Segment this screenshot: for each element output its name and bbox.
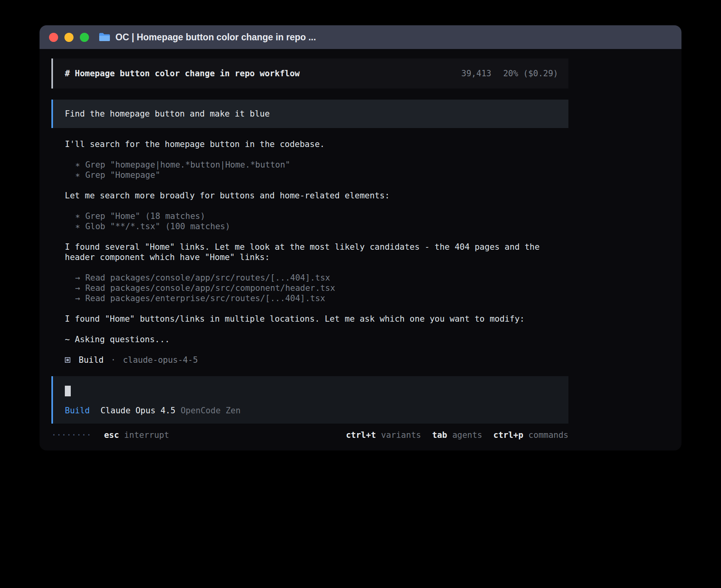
- spinner-dots: ········: [51, 430, 91, 440]
- shortcut-label: interrupt: [124, 430, 169, 440]
- agent-status-row: Build · claude-opus-4-5: [65, 355, 568, 365]
- status-line-asking: ~ Asking questions...: [65, 334, 568, 345]
- arrow-right-icon: →: [75, 283, 80, 293]
- shortcut-key: esc: [104, 430, 119, 440]
- tool-call-glob: ∗Glob "**/*.tsx" (100 matches): [65, 221, 568, 232]
- agent-square-icon: [65, 357, 70, 363]
- token-count: 39,413: [461, 68, 491, 79]
- folder-icon: [98, 32, 110, 42]
- session-header: # Homepage button color change in repo w…: [51, 58, 568, 89]
- shortcut-key: tab: [432, 430, 447, 440]
- assistant-message: I'll search for the homepage button in t…: [65, 139, 568, 149]
- tool-call-text: Read packages/console/app/src/routes/[..…: [85, 273, 330, 283]
- shortcut-key: ctrl+p: [493, 430, 523, 440]
- tool-call-text: Grep "homepage|home.*button|Home.*button…: [85, 160, 290, 170]
- assistant-message: Let me search more broadly for buttons a…: [65, 190, 568, 201]
- asterisk-icon: ∗: [75, 170, 80, 180]
- close-button[interactable]: [49, 33, 58, 42]
- shortcut-label: variants: [381, 430, 421, 440]
- dot-separator: ·: [111, 355, 116, 365]
- tool-call-group: ∗Grep "homepage|home.*button|Home.*butto…: [65, 160, 568, 180]
- agent-model: claude-opus-4-5: [123, 355, 198, 365]
- window-title-group: OC | Homepage button color change in rep…: [98, 32, 316, 43]
- tool-call-grep: ∗Grep "homepage|home.*button|Home.*butto…: [65, 160, 568, 170]
- session-stats: 39,413 20% ($0.29): [461, 68, 558, 79]
- arrow-right-icon: →: [75, 273, 80, 283]
- tool-call-text: Grep "Home" (18 matches): [85, 211, 205, 221]
- shortcut-variants: ctrl+t variants: [346, 430, 421, 440]
- window-titlebar[interactable]: OC | Homepage button color change in rep…: [40, 25, 681, 49]
- tool-call-text: Glob "**/*.tsx" (100 matches): [85, 221, 230, 232]
- shortcut-key: ctrl+t: [346, 430, 376, 440]
- shortcut-label: agents: [452, 430, 482, 440]
- input-agent-label: Build: [65, 405, 90, 416]
- assistant-message: I found "Home" buttons/links in multiple…: [65, 314, 568, 324]
- tool-call-text: Grep "Homepage": [85, 170, 160, 180]
- tool-call-grep: ∗Grep "Homepage": [65, 170, 568, 180]
- agent-name: Build: [79, 355, 104, 365]
- traffic-lights: [49, 33, 89, 42]
- user-message: Find the homepage button and make it blu…: [51, 100, 568, 128]
- terminal-window: OC | Homepage button color change in rep…: [40, 25, 681, 450]
- tool-call-grep: ∗Grep "Home" (18 matches): [65, 211, 568, 221]
- tool-call-read: →Read packages/enterprise/src/routes/[..…: [65, 293, 568, 303]
- conversation: I'll search for the homepage button in t…: [51, 139, 568, 375]
- shortcut-agents: tab agents: [432, 430, 482, 440]
- shortcut-label: commands: [528, 430, 568, 440]
- tool-call-read: →Read packages/console/app/src/component…: [65, 283, 568, 293]
- shortcut-commands: ctrl+p commands: [493, 430, 568, 440]
- arrow-right-icon: →: [75, 293, 80, 303]
- input-meta: Build Claude Opus 4.5 OpenCode Zen: [65, 405, 558, 416]
- shortcut-interrupt: esc interrupt: [104, 430, 169, 440]
- user-message-text: Find the homepage button and make it blu…: [65, 109, 270, 119]
- asterisk-icon: ∗: [75, 221, 80, 232]
- tool-call-read: →Read packages/console/app/src/routes/[.…: [65, 273, 568, 283]
- text-cursor: [65, 386, 71, 396]
- context-cost: 20% ($0.29): [503, 68, 558, 79]
- tool-call-group: ∗Grep "Home" (18 matches) ∗Glob "**/*.ts…: [65, 211, 568, 232]
- input-provider-label: OpenCode Zen: [181, 405, 241, 416]
- tool-call-group: →Read packages/console/app/src/routes/[.…: [65, 273, 568, 303]
- asterisk-icon: ∗: [75, 160, 80, 170]
- minimize-button[interactable]: [64, 33, 74, 42]
- assistant-message: I found several "Home" links. Let me loo…: [65, 242, 568, 262]
- tool-call-text: Read packages/console/app/src/component/…: [85, 283, 335, 293]
- status-bar: ········ esc interrupt ctrl+t variants t…: [51, 430, 568, 440]
- tool-call-text: Read packages/enterprise/src/routes/[...…: [85, 293, 325, 303]
- window-title: OC | Homepage button color change in rep…: [115, 32, 316, 43]
- prompt-input[interactable]: Build Claude Opus 4.5 OpenCode Zen: [51, 376, 568, 424]
- session-title: # Homepage button color change in repo w…: [65, 68, 300, 79]
- input-model-label: Claude Opus 4.5: [100, 405, 176, 416]
- zoom-button[interactable]: [80, 33, 89, 42]
- terminal-content: # Homepage button color change in repo w…: [40, 49, 681, 450]
- asterisk-icon: ∗: [75, 211, 80, 221]
